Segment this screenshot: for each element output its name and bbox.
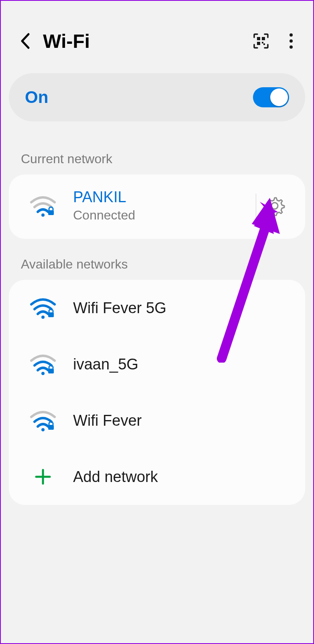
svg-rect-0	[257, 37, 260, 40]
svg-rect-3	[262, 42, 263, 43]
svg-rect-14	[48, 369, 54, 373]
svg-point-6	[290, 39, 293, 43]
toggle-knob	[270, 88, 288, 106]
wifi-icon-strong-locked	[25, 297, 61, 319]
svg-point-7	[290, 45, 293, 49]
network-item[interactable]: Wifi Fever 5G	[9, 280, 305, 336]
header-bar: Wi-Fi	[1, 1, 313, 69]
wifi-icon-medium-locked	[25, 410, 61, 431]
current-network-item[interactable]: PANKIL Connected	[9, 174, 305, 239]
chevron-left-icon	[19, 33, 31, 49]
svg-rect-16	[48, 425, 54, 430]
more-vertical-icon	[289, 33, 293, 49]
svg-point-13	[41, 372, 45, 375]
network-item[interactable]: Wifi Fever	[9, 392, 305, 449]
available-networks-card: Wifi Fever 5G ivaan_5G	[9, 280, 305, 505]
wifi-toggle-switch[interactable]	[253, 87, 289, 107]
network-info: Wifi Fever	[73, 412, 285, 429]
current-network-actions	[256, 194, 285, 218]
available-networks-label: Available networks	[1, 239, 313, 280]
more-options-button[interactable]	[281, 31, 301, 51]
svg-rect-4	[263, 43, 265, 45]
current-network-info: PANKIL Connected	[73, 189, 256, 223]
svg-point-10	[271, 203, 278, 209]
svg-point-15	[41, 428, 45, 431]
back-button[interactable]	[13, 29, 37, 53]
svg-point-11	[41, 316, 45, 319]
network-name: ivaan_5G	[73, 356, 285, 373]
network-info: Wifi Fever 5G	[73, 299, 285, 317]
network-item[interactable]: ivaan_5G	[9, 336, 305, 392]
add-network-info: Add network	[73, 468, 285, 486]
add-network-item[interactable]: Add network	[9, 449, 305, 505]
plus-icon	[25, 467, 61, 487]
wifi-toggle-card: On	[9, 73, 305, 121]
svg-point-5	[290, 33, 293, 37]
network-name: Wifi Fever 5G	[73, 299, 285, 317]
wifi-icon-medium-locked	[25, 353, 61, 375]
network-settings-button[interactable]	[264, 195, 285, 216]
current-network-status: Connected	[73, 208, 256, 223]
header-actions	[251, 31, 301, 51]
add-network-label: Add network	[73, 468, 285, 486]
svg-rect-12	[48, 312, 54, 317]
wifi-icon-weak-locked	[25, 195, 61, 217]
vertical-divider	[256, 194, 256, 218]
qr-scan-button[interactable]	[251, 31, 271, 51]
gear-icon	[264, 195, 285, 216]
svg-rect-9	[48, 210, 54, 215]
page-title: Wi-Fi	[43, 30, 251, 52]
current-network-card: PANKIL Connected	[9, 174, 305, 239]
qr-code-icon	[253, 33, 269, 49]
svg-rect-1	[262, 37, 265, 40]
current-network-label: Current network	[1, 133, 313, 174]
network-name: Wifi Fever	[73, 412, 285, 429]
current-network-name: PANKIL	[73, 189, 256, 206]
wifi-toggle-label: On	[25, 88, 48, 107]
svg-rect-2	[257, 42, 260, 45]
svg-point-8	[41, 213, 45, 217]
network-info: ivaan_5G	[73, 356, 285, 373]
